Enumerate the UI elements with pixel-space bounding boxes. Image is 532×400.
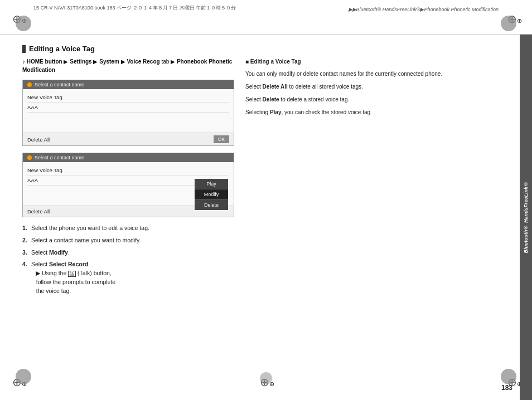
screen1-header: Select a contact name [23, 80, 234, 89]
step-3-num: 3. [22, 248, 31, 257]
screen1-header-text: Select a contact name [35, 82, 84, 87]
info-box: ■ Editing a Voice Tag You can only modif… [245, 57, 509, 116]
corner-circle-bm [260, 372, 272, 384]
section-bar-icon [22, 45, 26, 53]
step-2-num: 2. [22, 236, 31, 245]
arrow2: ▶ [93, 58, 99, 65]
screen2-row-1: New Voice Tag [27, 165, 229, 175]
two-col-layout: ♪ HOME button ▶ Settings ▶ System ▶ Voic… [22, 57, 514, 372]
popup-play[interactable]: Play [195, 179, 228, 189]
arrow3: ▶ [121, 58, 127, 65]
top-bar: 15 CR-V NAVI-31T0A8100.book 183 ページ ２０１４… [0, 0, 532, 35]
section-header: Editing a Voice Tag [22, 45, 514, 53]
steps-section: 1. Select the phone you want to edit a v… [22, 224, 234, 295]
sidebar-tab-label: Bluetooth® HandsFreeLink® [523, 181, 529, 253]
mic-icon: ♪ [22, 58, 25, 65]
step-3-text: Select Modify. [31, 248, 234, 257]
step-2-text: Select a contact name you want to modify… [31, 236, 234, 245]
info-box-title: ■ Editing a Voice Tag [245, 57, 509, 66]
step-4-sub: ▶ Using the 話 (Talk) button, follow the … [31, 270, 115, 294]
info-para-3: Select Delete to delete a stored voice t… [245, 95, 509, 104]
screen2-delete-all[interactable]: Delete All [27, 208, 50, 214]
screen2-header: Select a contact name [23, 153, 234, 162]
right-column: ■ Editing a Voice Tag You can only modif… [245, 57, 514, 372]
arrow1: ▶ [64, 58, 70, 65]
info-para-1: You can only modify or delete contact na… [245, 70, 509, 78]
screen1-row-2: AAA [27, 103, 229, 113]
nav-path: ♪ HOME button ▶ Settings ▶ System ▶ Voic… [22, 57, 234, 74]
file-info: 15 CR-V NAVI-31T0A8100.book 183 ページ ２０１４… [33, 4, 236, 12]
left-column: ♪ HOME button ▶ Settings ▶ System ▶ Voic… [22, 57, 234, 372]
screen1-delete-all[interactable]: Delete All [27, 136, 50, 143]
step-1-num: 1. [22, 224, 31, 233]
screen1-spacer [27, 113, 229, 129]
screen-mockup-1: Select a contact name New Voice Tag AAA … [22, 80, 234, 146]
info-para-2: Select Delete All to delete all stored v… [245, 82, 509, 91]
voice-recog-label: Voice Recog [127, 58, 159, 65]
system-label: System [99, 58, 119, 65]
step-4-text: Select Select Record. ▶ Using the 話 (Tal… [31, 260, 234, 295]
screen1-ok-button[interactable]: OK [214, 135, 229, 143]
step-4: 4. Select Select Record. ▶ Using the 話 (… [22, 260, 234, 295]
step-4-num: 4. [22, 260, 31, 295]
select-record-label: Select Record [49, 261, 88, 267]
main-content: Editing a Voice Tag ♪ HOME button ▶ Sett… [22, 35, 514, 372]
page-number: 183 [501, 384, 512, 392]
screen1-row-1: New Voice Tag [27, 92, 229, 103]
popup-delete[interactable]: Delete [195, 200, 228, 210]
settings-label: Settings [70, 58, 91, 65]
popup-menu: Play Modify Delete [195, 179, 228, 210]
right-sidebar-tab: Bluetooth® HandsFreeLink® [520, 35, 532, 400]
tab-label: tab ▶ [161, 58, 176, 65]
talk-icon: 話 [68, 271, 76, 277]
step-2: 2. Select a contact name you want to mod… [22, 236, 234, 245]
screen-mockup-2: Select a contact name New Voice Tag AAA … [22, 153, 234, 217]
screen2-dot [27, 155, 32, 160]
screen1-footer: Delete All OK [23, 133, 234, 145]
popup-modify[interactable]: Modify [195, 189, 228, 200]
breadcrumb: ▶▶Bluetooth® HandsFreeLink®▶Phonebook Ph… [349, 7, 499, 12]
screen1-dot [27, 82, 32, 87]
section-title: Editing a Voice Tag [29, 45, 95, 53]
home-button-label: HOME button [27, 58, 62, 65]
step-1: 1. Select the phone you want to edit a v… [22, 224, 234, 233]
step-1-text: Select the phone you want to edit a voic… [31, 224, 234, 233]
screen1-body: New Voice Tag AAA [23, 89, 234, 133]
info-para-4: Selecting Play, you can check the stored… [245, 108, 509, 116]
screen2-header-text: Select a contact name [35, 155, 84, 160]
step-3: 3. Select Modify. [22, 248, 234, 257]
